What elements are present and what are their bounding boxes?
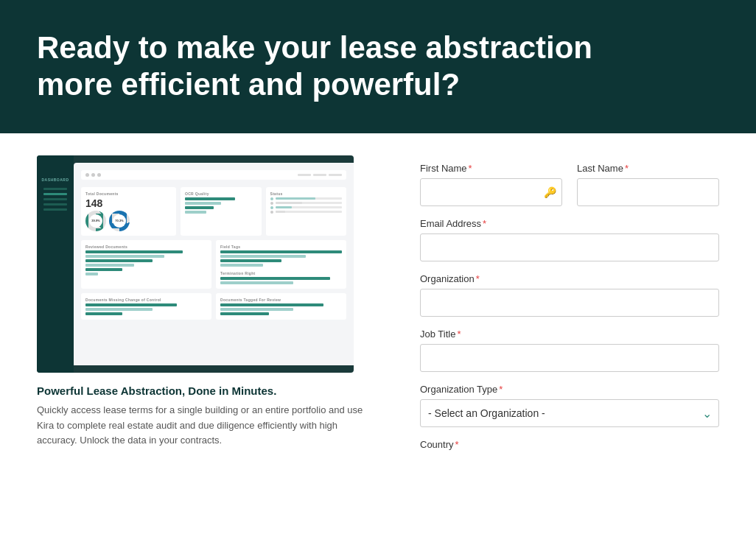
first-name-group: First Name* 🔑 xyxy=(420,163,562,206)
email-group: Email Address* xyxy=(420,218,719,261)
dot-2 xyxy=(91,173,95,177)
email-row: Email Address* xyxy=(420,218,719,261)
ft-bars xyxy=(220,250,342,267)
header-lines xyxy=(298,174,342,176)
coc-bars xyxy=(85,303,207,315)
header-dots xyxy=(85,173,101,177)
dot-1 xyxy=(85,173,89,177)
country-required: * xyxy=(455,439,459,450)
organization-label: Organization* xyxy=(420,273,719,284)
ft-1 xyxy=(220,250,342,253)
sidebar-lines xyxy=(43,188,67,211)
status-row-4 xyxy=(270,211,343,214)
trf-1 xyxy=(220,277,330,280)
job-title-required: * xyxy=(457,329,461,340)
last-name-label: Last Name* xyxy=(577,163,719,174)
ocr-bar-1 xyxy=(185,197,257,200)
right-panel: First Name* 🔑 Last Name* Email Address* xyxy=(420,155,719,466)
field-tags-label: Field Tags xyxy=(220,245,342,249)
reviewed-docs-label: Reviewed Documents xyxy=(85,245,207,249)
coc-3 xyxy=(85,312,207,315)
job-title-input[interactable] xyxy=(420,344,719,372)
tr2f-3 xyxy=(220,312,269,315)
ft-4 xyxy=(220,264,342,267)
reviewed-bars xyxy=(85,250,207,275)
blue-circle: 70.3% xyxy=(109,211,130,231)
tr2-bars xyxy=(220,303,342,315)
country-row: Country* xyxy=(420,439,719,454)
description-body: Quickly access lease terms for a single … xyxy=(37,403,376,449)
org-type-required: * xyxy=(499,384,503,395)
first-name-input-wrapper: 🔑 xyxy=(420,178,562,206)
total-docs-card: Total Documents 148 39.9% 70.3% xyxy=(81,187,176,236)
hline-2 xyxy=(313,174,326,176)
org-type-label: Organization Type* xyxy=(420,384,719,395)
field-tags-card: Field Tags Termination Right xyxy=(216,240,346,289)
teal-circle: 39.9% xyxy=(85,211,106,231)
rb-6 xyxy=(85,273,207,275)
status-dot-2 xyxy=(270,202,273,205)
status-row-1 xyxy=(270,197,343,200)
ocr-fill-1 xyxy=(185,197,235,200)
ocr-fill-4 xyxy=(185,211,206,214)
total-docs-label: Total Documents xyxy=(85,192,172,196)
dashboard-inner: Total Documents 148 39.9% 70.3% xyxy=(74,163,354,365)
ocr-bars xyxy=(185,197,257,214)
email-required: * xyxy=(483,218,486,229)
status-rows xyxy=(270,197,343,214)
rbf-6 xyxy=(85,273,98,275)
tr-bars xyxy=(220,277,342,284)
ftf-3 xyxy=(220,259,281,262)
missing-coc-label: Documents Missing Change of Control xyxy=(85,298,207,302)
job-title-label: Job Title* xyxy=(420,329,719,340)
first-name-input[interactable] xyxy=(420,178,562,206)
org-type-select[interactable]: - Select an Organization - Law Firm Corp… xyxy=(420,399,719,427)
dash-row-1: Total Documents 148 39.9% 70.3% xyxy=(81,187,346,236)
status-row-2 xyxy=(270,202,343,205)
status-row-3 xyxy=(270,206,343,209)
job-title-group: Job Title* xyxy=(420,329,719,372)
organization-group: Organization* xyxy=(420,273,719,317)
ocr-label: OCR Quality xyxy=(185,192,257,196)
ocr-bar-2 xyxy=(185,202,257,205)
total-docs-value: 148 xyxy=(85,197,172,209)
tr2-2 xyxy=(220,308,342,311)
ocr-bar-3 xyxy=(185,206,257,209)
status-label: Status xyxy=(270,192,343,196)
first-name-required: * xyxy=(469,163,472,174)
email-input[interactable] xyxy=(420,233,719,261)
dashboard-header xyxy=(81,170,346,180)
tr2-1 xyxy=(220,303,342,306)
dashboard-label: DASHBOARD xyxy=(42,178,69,182)
last-name-input[interactable] xyxy=(577,178,719,206)
missing-coc-card: Documents Missing Change of Control xyxy=(81,293,211,320)
ftf-1 xyxy=(220,250,342,253)
status-dot-3 xyxy=(270,206,273,209)
org-row: Organization* xyxy=(420,273,719,317)
dot-3 xyxy=(97,173,101,177)
status-dot-1 xyxy=(270,197,273,200)
tagged-review-label: Documents Tagged For Review xyxy=(220,298,342,302)
tagged-review-card: Documents Tagged For Review xyxy=(216,293,346,320)
cocf-3 xyxy=(85,312,122,315)
country-label: Country* xyxy=(420,439,719,450)
sidebar-line-3 xyxy=(43,198,67,200)
rbf-3 xyxy=(85,259,153,262)
hline-3 xyxy=(329,174,342,176)
rb-4 xyxy=(85,264,207,267)
main-content: DASHBOARD xyxy=(0,133,756,488)
teal-circle-inner: 39.9% xyxy=(89,214,102,228)
status-fill-2 xyxy=(276,202,302,204)
rb-3 xyxy=(85,259,207,262)
org-type-group: Organization Type* - Select an Organizat… xyxy=(420,384,719,427)
left-panel: DASHBOARD xyxy=(37,155,376,466)
status-fill-1 xyxy=(276,197,315,200)
status-bg-1 xyxy=(276,197,343,200)
coc-2 xyxy=(85,308,207,311)
country-group: Country* xyxy=(420,439,719,454)
organization-input[interactable] xyxy=(420,289,719,317)
sidebar-line-1 xyxy=(43,188,67,190)
status-bg-3 xyxy=(276,206,343,208)
rbf-4 xyxy=(85,264,134,267)
trf-2 xyxy=(220,281,293,284)
